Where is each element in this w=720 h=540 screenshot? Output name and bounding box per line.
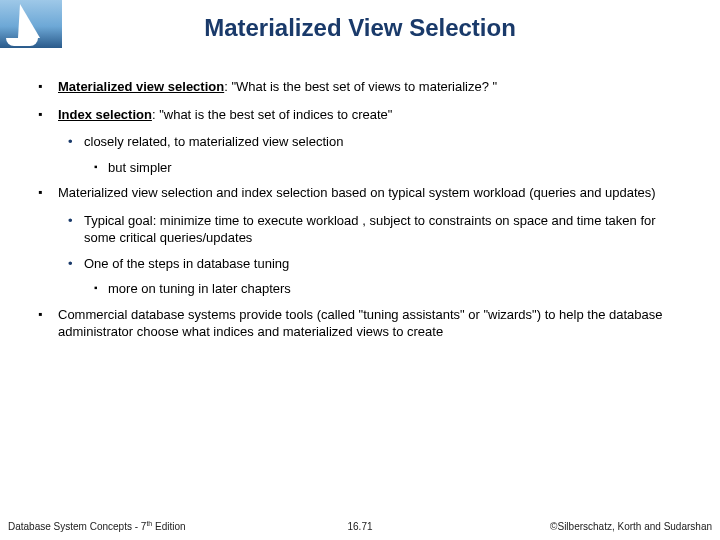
bullet-item: One of the steps in database tuning bbox=[34, 255, 686, 273]
bullet-text: : "What is the best set of views to mate… bbox=[224, 79, 497, 94]
slide-content: Materialized view selection: "What is th… bbox=[34, 78, 686, 351]
bullet-item: Typical goal: minimize time to execute w… bbox=[34, 212, 686, 247]
bullet-item: closely related, to materialized view se… bbox=[34, 133, 686, 151]
bullet-item: but simpler bbox=[34, 159, 686, 177]
bullet-strong: Materialized view selection bbox=[58, 79, 224, 94]
bullet-item: more on tuning in later chapters bbox=[34, 280, 686, 298]
bullet-text: : "what is the best set of indices to cr… bbox=[152, 107, 392, 122]
bullet-item: Materialized view selection: "What is th… bbox=[34, 78, 686, 96]
bullet-strong: Index selection bbox=[58, 107, 152, 122]
slide-title: Materialized View Selection bbox=[0, 14, 720, 42]
bullet-item: Commercial database systems provide tool… bbox=[34, 306, 686, 341]
bullet-item: Materialized view selection and index se… bbox=[34, 184, 686, 202]
bullet-item: Index selection: "what is the best set o… bbox=[34, 106, 686, 124]
footer-right: ©Silberschatz, Korth and Sudarshan bbox=[550, 521, 712, 532]
